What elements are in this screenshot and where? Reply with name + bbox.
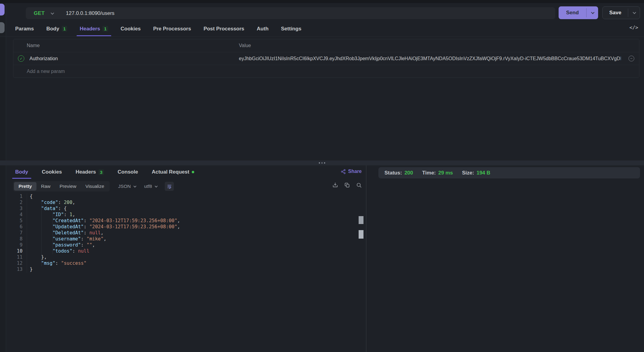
headers-table: Name Value ✓ Authorization eyJhbGciOiJIU… <box>13 39 639 78</box>
send-button-group: Send <box>559 6 598 19</box>
response-toolbar: Pretty Raw Preview Visualize JSON utf8 <box>13 181 174 192</box>
status-badge: Status:200 <box>384 170 413 176</box>
request-url-bar: GET 127.0.0.1:8090/users <box>26 7 555 19</box>
line-number: 5 <box>0 218 22 224</box>
line-content: "data": { <box>30 205 67 212</box>
view-toggle-raw[interactable]: Raw <box>36 182 55 191</box>
search-button[interactable] <box>356 182 362 188</box>
line-content: "todos": null <box>30 248 89 254</box>
copy-button[interactable] <box>344 182 350 188</box>
line-number: 6 <box>0 224 22 230</box>
table-row: ✓ Authorization eyJhbGciOiJIUzI1NiIsInR5… <box>13 52 639 65</box>
code-editor[interactable]: 1{2 "code": 200,3 "data": {4 "ID": 1,5 "… <box>0 193 359 351</box>
rail-handle-purple[interactable] <box>0 4 5 16</box>
tab-params[interactable]: Params <box>15 21 34 36</box>
response-section: Body Cookies Headers3 Console Actual Req… <box>0 165 644 352</box>
response-tab-actual-request[interactable]: Actual Request <box>152 165 194 179</box>
line-number: 2 <box>0 199 22 205</box>
rail-handle-gray[interactable] <box>0 22 5 33</box>
response-body-panel: Body Cookies Headers3 Console Actual Req… <box>0 165 367 352</box>
tab-post-processors[interactable]: Post Processors <box>204 21 244 36</box>
url-input[interactable]: 127.0.0.1:8090/users <box>66 10 115 16</box>
view-toggle-pretty[interactable]: Pretty <box>14 182 36 191</box>
code-line: 1{ <box>0 193 359 199</box>
view-toggle-preview[interactable]: Preview <box>55 182 81 191</box>
gutter-divider <box>27 193 27 273</box>
line-content: "DeletedAt": null, <box>30 230 104 236</box>
code-line: 10 "todos": null <box>0 248 359 254</box>
drag-handle-dot <box>322 162 323 164</box>
response-tabs: Body Cookies Headers3 Console Actual Req… <box>15 165 194 179</box>
time-badge: Time:29 ms <box>422 170 453 176</box>
wrap-lines-button[interactable] <box>165 182 174 191</box>
view-toggle-group: Pretty Raw Preview Visualize <box>13 181 110 192</box>
request-tabs: Params Body1 Headers1 Cookies Pre Proces… <box>15 21 301 36</box>
column-header-value: Value <box>239 43 251 48</box>
line-content: "password": "", <box>30 242 95 248</box>
table-header-row: Name Value <box>13 39 639 52</box>
response-tab-cookies[interactable]: Cookies <box>42 165 62 179</box>
line-number: 7 <box>0 230 22 236</box>
status-strip: Status:200 Time:29 ms Size:194 B <box>378 167 640 178</box>
add-param-label: Add a new param <box>27 69 65 74</box>
send-dropdown[interactable] <box>587 6 598 19</box>
response-tab-console[interactable]: Console <box>118 165 138 179</box>
code-view-icon[interactable]: </> <box>629 25 638 30</box>
indent-guide <box>41 200 42 266</box>
minus-circle-icon[interactable]: − <box>629 56 634 61</box>
encoding-select[interactable]: utf8 <box>144 184 157 189</box>
header-value-cell[interactable]: eyJhbGciOiJIUzI1NiIsInR5cCI6IkpXVCJ9.eyJ… <box>239 56 621 61</box>
response-headers-badge: 3 <box>98 169 104 175</box>
tab-cookies[interactable]: Cookies <box>121 21 141 36</box>
code-line: 9 "password": "", <box>0 242 359 248</box>
line-number: 8 <box>0 236 22 242</box>
panel-splitter[interactable] <box>0 160 644 165</box>
tab-headers[interactable]: Headers1 <box>80 21 108 36</box>
chevron-down-icon[interactable] <box>51 11 54 14</box>
code-line: 6 "UpdatedAt": "2024-03-12T17:59:23.256+… <box>0 224 359 230</box>
code-line: 3 "data": { <box>0 205 359 212</box>
editor-actions <box>332 182 362 188</box>
tab-pre-processors[interactable]: Pre Processors <box>153 21 191 36</box>
tab-settings[interactable]: Settings <box>281 21 301 36</box>
line-content: } <box>30 266 33 272</box>
save-button-group: Save <box>602 6 640 19</box>
window-top-edge <box>0 0 644 3</box>
scrollbar-mark <box>359 216 363 224</box>
code-line: 11 }, <box>0 254 359 260</box>
save-button[interactable]: Save <box>603 7 628 19</box>
green-dot-icon <box>192 171 194 173</box>
line-content: { <box>30 193 33 199</box>
tab-auth[interactable]: Auth <box>257 21 269 36</box>
tabs-divider <box>0 36 644 36</box>
view-toggle-visualize[interactable]: Visualize <box>81 182 109 191</box>
download-button[interactable] <box>332 182 339 188</box>
line-number: 9 <box>0 242 22 248</box>
chevron-down-icon <box>133 185 136 188</box>
drag-handle-dot <box>324 162 325 164</box>
drag-handle-dot <box>319 162 320 164</box>
code-lines: 1{2 "code": 200,3 "data": {4 "ID": 1,5 "… <box>0 193 359 272</box>
header-name-cell[interactable]: Authorization <box>29 56 58 61</box>
response-tab-body[interactable]: Body <box>15 165 28 179</box>
share-icon <box>341 169 346 174</box>
format-select[interactable]: JSON <box>118 184 136 189</box>
scrollbar-mark <box>359 230 363 239</box>
add-param-row[interactable]: Add a new param <box>13 65 639 78</box>
save-dropdown[interactable] <box>628 7 640 19</box>
tab-body[interactable]: Body1 <box>46 21 67 36</box>
method-selector[interactable]: GET <box>34 10 45 16</box>
check-circle-icon[interactable]: ✓ <box>18 55 24 62</box>
send-button[interactable]: Send <box>559 6 586 19</box>
response-tab-headers[interactable]: Headers3 <box>76 165 104 179</box>
wrap-lines-icon <box>167 184 172 189</box>
share-button[interactable]: Share <box>341 169 362 174</box>
line-content: }, <box>30 254 47 260</box>
code-line: 12 "msg": "success" <box>0 260 359 266</box>
chevron-down-icon <box>155 185 158 188</box>
line-number: 1 <box>0 193 22 199</box>
download-icon <box>332 182 338 188</box>
line-number: 10 <box>0 248 22 254</box>
code-line: 2 "code": 200, <box>0 199 359 205</box>
chevron-down-icon <box>633 11 636 14</box>
